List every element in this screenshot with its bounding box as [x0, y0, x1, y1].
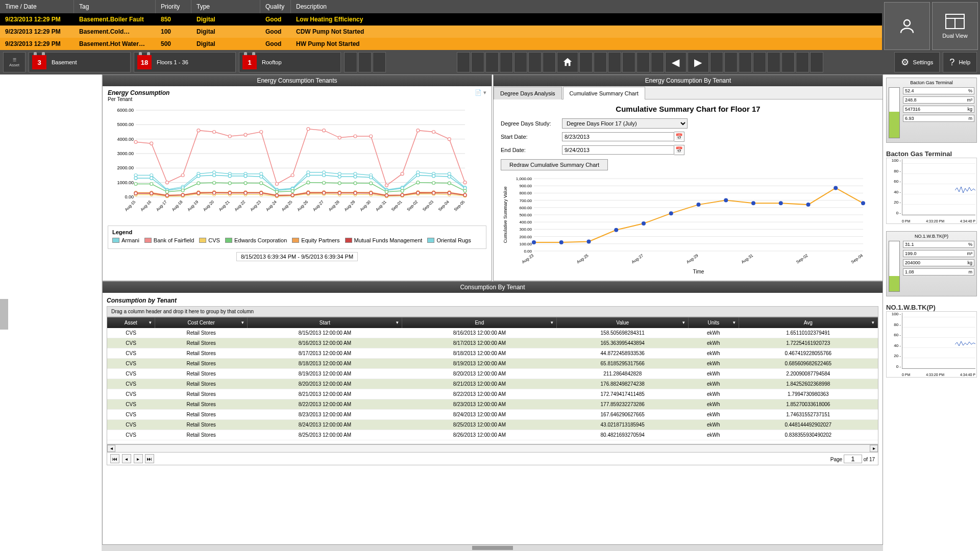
table-row[interactable]: CVSRetail Stores8/24/2013 12:00:00 AM8/2…	[107, 420, 878, 430]
svg-point-88	[197, 174, 200, 178]
bottom-splitter[interactable]	[102, 545, 883, 551]
nav-slot[interactable]	[373, 52, 386, 72]
alarm-row[interactable]: 9/23/2013 12:29 PMBasement.Hot Water…500…	[0, 38, 980, 50]
scroll-left[interactable]: ◂	[107, 445, 115, 452]
table-header[interactable]: Asset▾	[107, 317, 155, 328]
svg-text:200.00: 200.00	[520, 235, 532, 239]
zone-floors[interactable]: 18 Floors 1 - 36	[134, 52, 236, 72]
table-row[interactable]: CVSRetail Stores8/21/2013 12:00:00 AM8/2…	[107, 389, 878, 399]
nav-slot[interactable]	[622, 52, 635, 72]
alarm-row[interactable]: 9/23/2013 12:29 PMBasement.Cold…100Digit…	[0, 26, 980, 38]
user-button[interactable]	[884, 2, 930, 50]
nav-slot[interactable]	[753, 52, 766, 72]
chart1-export[interactable]: 📄 ▾	[475, 89, 486, 96]
legend-item[interactable]: Oriental Rugs	[427, 237, 471, 243]
home-button[interactable]	[557, 52, 578, 72]
svg-text:Aug-25: Aug-25	[281, 199, 293, 212]
nav-slot[interactable]	[514, 52, 527, 72]
svg-point-117	[307, 181, 310, 184]
table-row[interactable]: CVSRetail Stores8/18/2013 12:00:00 AM8/1…	[107, 359, 878, 369]
nav-slot[interactable]	[796, 52, 809, 72]
nav-slot[interactable]	[594, 52, 607, 72]
page-input[interactable]	[844, 455, 862, 463]
table-header[interactable]: Start▾	[248, 317, 402, 328]
study-select[interactable]: Degree Days Floor 17 (July)	[562, 118, 688, 129]
legend-item[interactable]: Edwards Corporation	[225, 237, 287, 243]
nav-slot[interactable]	[485, 52, 499, 72]
nav-slot[interactable]	[710, 52, 723, 72]
filter-icon[interactable]: ▾	[149, 320, 152, 325]
table-row[interactable]: CVSRetail Stores8/16/2013 12:00:00 AM8/1…	[107, 338, 878, 348]
table-header[interactable]: End▾	[402, 317, 557, 328]
legend-item[interactable]: Mutual Funds Management	[345, 237, 423, 243]
nav-slot[interactable]	[471, 52, 484, 72]
group-hint[interactable]: Drag a column header and drop it here to…	[107, 306, 878, 317]
table-row[interactable]: CVSRetail Stores8/19/2013 12:00:00 AM8/2…	[107, 369, 878, 379]
calendar-icon[interactable]: 📅	[674, 132, 684, 142]
table-header[interactable]: Avg▾	[739, 317, 877, 328]
filter-icon[interactable]: ▾	[241, 320, 244, 325]
legend-item[interactable]: CVS	[199, 237, 220, 243]
calendar-icon[interactable]: 📅	[674, 145, 684, 155]
nav-slot[interactable]	[543, 52, 556, 72]
pager-last[interactable]: ⏭	[145, 454, 154, 463]
nav-slot[interactable]	[767, 52, 780, 72]
nav-slot[interactable]	[579, 52, 593, 72]
nav-slot[interactable]	[457, 52, 470, 72]
end-date-input[interactable]	[562, 145, 674, 155]
table-hscroll[interactable]: ◂▸	[107, 444, 878, 453]
nav-slot[interactable]	[528, 52, 542, 72]
table-row[interactable]: CVSRetail Stores8/25/2013 12:00:00 AM8/2…	[107, 430, 878, 440]
svg-point-84	[134, 177, 137, 180]
start-date-input[interactable]	[562, 132, 674, 141]
nav-slot[interactable]	[724, 52, 738, 72]
gutter-handle[interactable]	[0, 299, 8, 330]
nav-slot[interactable]	[781, 52, 795, 72]
filter-icon[interactable]: ▾	[872, 320, 874, 325]
pager-first[interactable]: ⏮	[110, 454, 119, 463]
zone-basement[interactable]: 3 Basement	[29, 52, 131, 72]
nav-slot[interactable]	[651, 52, 664, 72]
nav-slot[interactable]	[344, 52, 357, 72]
filter-icon[interactable]: ▾	[682, 320, 685, 325]
asset-toggle-1[interactable]: ☰ Asset	[3, 52, 26, 72]
nav-slot[interactable]	[636, 52, 650, 72]
tab-cumulative[interactable]: Cumulative Summary Chart	[563, 87, 645, 99]
legend-item[interactable]: Equity Partners	[292, 237, 339, 243]
nav-slot[interactable]	[810, 52, 823, 72]
pager-next[interactable]: ▸	[134, 454, 143, 463]
dual-view-button[interactable]: Dual View	[932, 2, 978, 50]
gear-icon: ⚙	[901, 57, 909, 68]
nav-slot[interactable]	[739, 52, 752, 72]
nav-slot[interactable]	[608, 52, 621, 72]
table-header[interactable]: Cost Center▾	[155, 317, 248, 328]
scroll-right[interactable]: ▸	[870, 445, 878, 452]
table-header[interactable]: Value▾	[557, 317, 689, 328]
history-back[interactable]: ◀	[665, 52, 687, 72]
filter-icon[interactable]: ▾	[551, 320, 553, 325]
nav-slot[interactable]	[358, 52, 372, 72]
table-row[interactable]: CVSRetail Stores8/17/2013 12:00:00 AM8/1…	[107, 348, 878, 359]
table-row[interactable]: CVSRetail Stores8/22/2013 12:00:00 AM8/2…	[107, 399, 878, 410]
redraw-button[interactable]: Redraw Cumulative Summary Chart	[501, 159, 608, 170]
alarm-row[interactable]: 9/23/2013 12:29 PMBasement.Boiler Fault8…	[0, 13, 980, 26]
legend-item[interactable]: Armani	[112, 237, 139, 243]
history-forward[interactable]: ▶	[688, 52, 709, 72]
tab-degree-days[interactable]: Degree Days Analysis	[494, 87, 562, 99]
table-row[interactable]: CVSRetail Stores8/20/2013 12:00:00 AM8/2…	[107, 379, 878, 389]
gauge2-mass: 204000kg	[903, 259, 974, 266]
table-row[interactable]: CVSRetail Stores8/15/2013 12:00:00 AM8/1…	[107, 328, 878, 338]
svg-text:Aug-27: Aug-27	[312, 199, 325, 212]
filter-icon[interactable]: ▾	[396, 320, 399, 325]
filter-icon[interactable]: ▾	[733, 320, 736, 325]
zone-rooftop[interactable]: 1 Rooftop	[239, 52, 341, 72]
table-header[interactable]: Units▾	[689, 317, 739, 328]
table-row[interactable]: CVSRetail Stores8/23/2013 12:00:00 AM8/2…	[107, 410, 878, 420]
nav-slot[interactable]	[500, 52, 513, 72]
settings-button[interactable]: ⚙ Settings	[894, 52, 940, 72]
help-button[interactable]: ? Help	[943, 52, 977, 72]
table-scroll[interactable]: Asset▾Cost Center▾Start▾End▾Value▾Units▾…	[107, 317, 878, 444]
pager-prev[interactable]: ◂	[122, 454, 131, 463]
legend-item[interactable]: Bank of Fairfield	[144, 237, 194, 243]
svg-point-234	[779, 201, 783, 205]
